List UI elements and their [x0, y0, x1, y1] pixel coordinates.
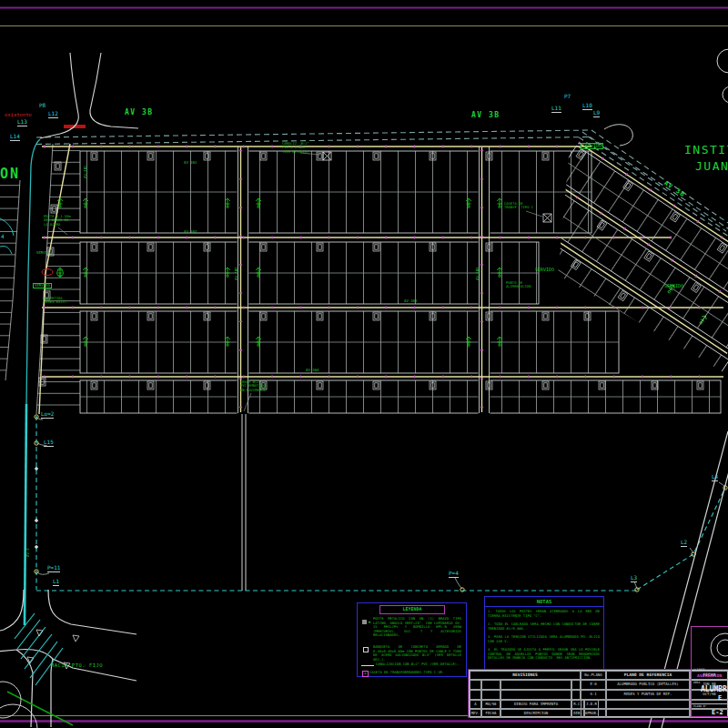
label-l10: L10	[582, 103, 592, 110]
rev-cell-empty	[571, 690, 581, 700]
label-street-s4: AV-304	[306, 369, 318, 372]
label-existente: existente	[5, 113, 32, 118]
legend-symbol-banqueta	[363, 647, 369, 652]
label-street-v1: AV-401	[84, 166, 87, 178]
plano-no-value: E-2	[712, 710, 723, 716]
rev-cell-empty	[500, 690, 571, 700]
note-item: 1. TODOS LOS POSTES SERAN ATERRADOS A LA…	[488, 610, 600, 618]
label-street-left: AV-4	[26, 548, 30, 557]
rev-aprob: J.D.R	[584, 700, 599, 709]
lighting-network	[35, 415, 727, 592]
legend-box: LEYENDA ◄ POSTE METALICO CON UN (1) BRAZ…	[357, 602, 467, 677]
label-l1: L1	[53, 579, 59, 586]
legend-item-text: CANALIZACION CON Ø=2" PVC (VER DETALLE).	[376, 662, 461, 667]
note-item: 3. PARA LA TENSION UTILIZADA SERA ALUMBR…	[488, 635, 600, 643]
cliente-label: CLIENTE	[693, 669, 705, 672]
annotation-line: ALIMENTACION	[506, 285, 531, 288]
legend-symbol-pole	[362, 620, 367, 624]
rev-letter: A	[470, 700, 481, 709]
ref-row-no: E-0	[581, 680, 606, 690]
label-l13: L13	[17, 119, 27, 126]
annotation-a3: ACOMETIDA AEREA EXIST.	[44, 297, 68, 305]
notes-box: NOTAS 1. TODOS LOS POSTES SERAN ATERRADO…	[484, 596, 604, 674]
ref-row-empty	[606, 700, 690, 709]
label-lo2: Lo=2	[41, 411, 54, 419]
annotation-a6: PUNTO DE ALIMENTACION	[506, 281, 531, 289]
label-street-s1: AV-301	[184, 161, 197, 165]
rev-cell-empty	[500, 680, 571, 690]
footer-aprob: APROB.	[584, 709, 599, 718]
annotation-a2: POSTE A 1.50m DEL BORDE DE LA ACERA	[44, 215, 71, 227]
ref-row-name: ALUMBRADO PUBLICO (DETALLES)	[606, 680, 690, 690]
annotation-line: (VER DETALLE)	[282, 150, 309, 154]
col-no-plano: No.PLANO	[581, 671, 606, 680]
label-l15: L15	[44, 440, 54, 447]
label-street-v3: AV-403	[476, 268, 480, 280]
label-l9: L9	[593, 110, 600, 117]
label-l3: L3	[631, 575, 637, 582]
ref-row-name: REDES Y PUNTOS DE REF.	[606, 690, 690, 700]
label-av3b-left: AV 3B	[125, 109, 154, 116]
annotation-line: TRANSF. TIPO C	[504, 206, 533, 209]
title-panel: CLIENTE ASOCIACION OBRA ALUMBRADO E PLAN…	[691, 626, 728, 717]
notes-title: NOTAS	[485, 599, 603, 607]
obra-label: OBRA	[693, 682, 700, 684]
label-street-s2: AV-302	[184, 230, 197, 234]
label-l12: L12	[48, 111, 58, 118]
label-institution-1: INSTITUCION	[684, 144, 728, 157]
label-l2: L2	[681, 540, 687, 547]
footer-descripcion: DESCRIPCION	[500, 709, 571, 718]
label-street-s3: AV-303	[404, 299, 417, 303]
label-p4: P=4	[449, 571, 459, 578]
revisiones-header: REVISIONES	[470, 671, 581, 680]
annotation-line: LA ACERA	[44, 223, 71, 227]
legend-symbol-canalizacion	[361, 665, 374, 666]
rev-dib: R.C.	[571, 700, 584, 709]
label-l11: L11	[551, 106, 561, 113]
center-corridor	[242, 414, 246, 591]
label-zone-on: ON	[0, 167, 20, 181]
label-p8: P8	[39, 103, 46, 108]
legend-symbol-caseta: x	[362, 671, 369, 677]
label-servido-5: SERVIDO	[664, 284, 683, 288]
obra-name-2: E	[718, 695, 722, 702]
footer-fecha: FECHA	[481, 709, 500, 718]
ref-row-empty	[606, 709, 690, 718]
label-p7: P7	[564, 94, 571, 99]
label-av3b-center: AV 3B	[471, 112, 500, 119]
label-institution-2: JUAN	[695, 160, 728, 173]
cliente-name: ASOCIACION	[697, 673, 722, 678]
annotation-line: AEREA EXIST.	[44, 300, 68, 304]
note-item: 2. TODO EL CABLEADO SERA HECHO CON CONDU…	[488, 622, 600, 631]
rev-cell-empty	[571, 680, 581, 690]
corner-stamp-circles	[717, 49, 728, 103]
annotation-a5: CASETA DE TRANSF. TIPO C	[504, 202, 533, 210]
footer-rev: REV.	[470, 709, 481, 718]
label-servido-2: SERVIDO	[36, 251, 52, 255]
legend-symbol-arrow-icon: ◄	[368, 619, 370, 624]
label-servido-1: SERVIDO	[581, 143, 603, 149]
legend-item-text: BANQUETA DE CONCRETO ARMADO DE 0.40x0.40…	[373, 645, 461, 662]
ref-row-no: S-1	[581, 690, 606, 700]
rev-cell-empty	[481, 690, 500, 700]
rev-desc: DIBUJO PARA IMPRENTA	[500, 700, 571, 709]
rev-cell-empty	[470, 690, 481, 700]
footer-dib: DIB.	[571, 709, 584, 718]
cad-sheet: existente P8 L12 L13 L14 AV 3B AV 3B P7 …	[0, 0, 728, 728]
label-servido-3: SERVIDO	[33, 283, 52, 288]
rev-fecha: MA/98	[481, 700, 500, 709]
label-street-v2: AV-402	[235, 268, 238, 280]
col-plano-referencia: PLANO DE REFERENCIA	[606, 671, 690, 680]
rev-cell-empty	[470, 680, 481, 690]
legend-item-text: CASETA DE TRANSFORMADORES TIPO C-VE.	[369, 671, 460, 675]
road-hook	[604, 125, 632, 146]
label-l14: L14	[10, 134, 20, 141]
plano-no-label: PLANO Nº	[693, 705, 706, 708]
annotation-line: EN PAVIMENTO	[240, 389, 265, 392]
label-servido-4: SERVIDO	[535, 268, 554, 272]
note-item: 4. EL TRAZADO SE AJUSTA A PERFIL SEGUN S…	[488, 648, 600, 661]
annotation-a1: CANALIZ. Ø=2" PVC A 0.60m (VER DETALLE)	[282, 142, 309, 154]
label-hacia-pto-fijo: HACIA PTO. FIJO	[51, 663, 103, 669]
bottom-intersection	[0, 590, 136, 728]
title-block: REVISIONES No.PLANO PLANO DE REFERENCIA …	[469, 670, 728, 717]
